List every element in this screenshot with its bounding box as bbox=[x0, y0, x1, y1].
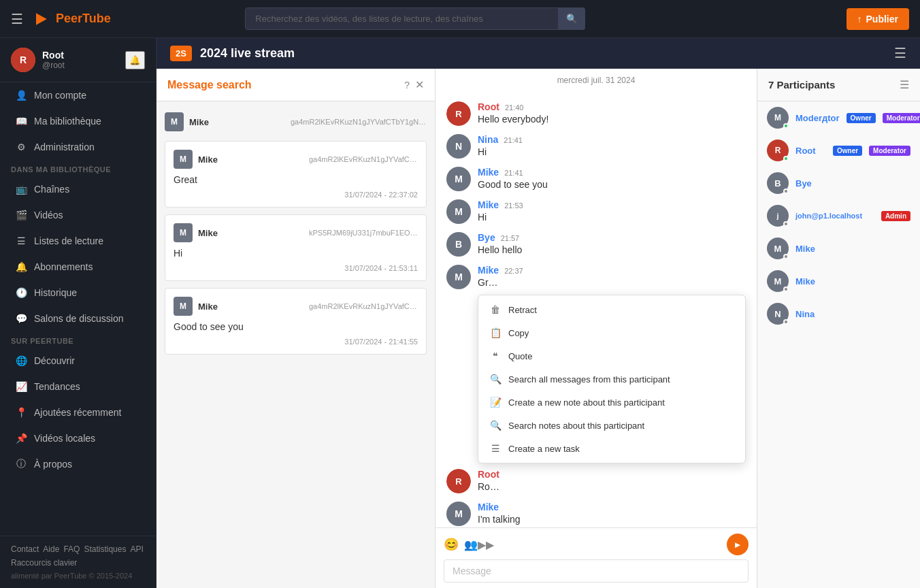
participant-name[interactable]: john@p1.localhost bbox=[795, 212, 874, 220]
chat-bubble: Nina 21:41 Hi bbox=[478, 134, 746, 157]
stream-badge: 2S bbox=[170, 46, 192, 61]
sidebar-item-label: Salons de discussion bbox=[34, 313, 124, 324]
chat-msg-text: Hello everybody! bbox=[478, 114, 746, 125]
footer-link-faq[interactable]: FAQ bbox=[63, 544, 80, 554]
logo: PeerTube bbox=[31, 10, 111, 29]
context-menu-create-note[interactable]: 📝 Create a new note about this participa… bbox=[478, 391, 745, 414]
tv-icon: 📺 bbox=[15, 183, 27, 195]
participant-name[interactable]: Mike bbox=[795, 244, 910, 254]
library-icon: 📖 bbox=[15, 115, 27, 127]
chat-msg-time: 21:57 bbox=[501, 234, 520, 242]
sidebar-item-label: Chaînes bbox=[34, 184, 69, 195]
menu-icon[interactable]: ☰ bbox=[11, 11, 23, 27]
context-menu-create-task[interactable]: ☰ Create a new task bbox=[478, 437, 745, 460]
status-dot bbox=[783, 319, 789, 325]
chat-bubble: Mike 21:53 Hi bbox=[478, 199, 746, 223]
app-header: ☰ PeerTube 🔍 ↑ Publier bbox=[0, 0, 920, 38]
participants-menu-icon[interactable]: ☰ bbox=[900, 78, 909, 91]
chat-messages: R Root 21:40 Hello everybody! N bbox=[436, 92, 757, 527]
footer-link-stats[interactable]: Statistiques bbox=[84, 544, 126, 554]
emoji-button[interactable]: 😊 bbox=[444, 537, 459, 552]
search-input[interactable] bbox=[245, 7, 585, 30]
user-handle: @root bbox=[42, 61, 118, 70]
search-icon[interactable]: 🔍 bbox=[558, 7, 585, 30]
trending-icon: 📈 bbox=[15, 380, 27, 393]
sidebar-item-historique[interactable]: 🕐 Historique bbox=[4, 280, 152, 305]
main-layout: R Root @root 🔔 👤 Mon compte 📖 Ma bibliot… bbox=[0, 38, 920, 588]
sidebar-item-label: Historique bbox=[34, 287, 77, 298]
sidebar-item-videos[interactable]: 🎬 Vidéos bbox=[4, 203, 152, 227]
publish-button[interactable]: ↑ Publier bbox=[847, 8, 909, 30]
avatar: R bbox=[446, 469, 471, 493]
logo-text: PeerTube bbox=[56, 12, 111, 26]
footer-link-aide[interactable]: Aide bbox=[43, 544, 59, 554]
content-area: Message search ? ✕ M Mike ga4mR2lKEvRKuz… bbox=[157, 69, 920, 588]
footer-link-contact[interactable]: Contact bbox=[11, 544, 39, 554]
sidebar-item-ajoutees-recemment[interactable]: 📍 Ajoutées récemment bbox=[4, 400, 152, 425]
sidebar-item-a-propos[interactable]: ⓘ À propos bbox=[4, 452, 152, 476]
sidebar-item-label: Listes de lecture bbox=[34, 235, 103, 246]
sidebar-item-videos-locales[interactable]: 📌 Vidéos locales bbox=[4, 426, 152, 451]
stream-menu-icon[interactable]: ☰ bbox=[894, 45, 906, 61]
message-input[interactable] bbox=[444, 559, 749, 583]
context-menu-quote[interactable]: ❝ Quote bbox=[478, 344, 745, 368]
admin-badge: Admin bbox=[881, 211, 910, 221]
avatar: M bbox=[446, 167, 471, 191]
context-menu-copy[interactable]: 📋 Copy bbox=[478, 321, 745, 344]
sidebar-item-decouvrir[interactable]: 🌐 Découvrir bbox=[4, 348, 152, 373]
footer-link-shortcuts[interactable]: Raccourcis clavier bbox=[11, 558, 77, 568]
show-participants-icon[interactable]: 👥▶▶ bbox=[464, 538, 494, 551]
sidebar-item-administration[interactable]: ⚙ Administration bbox=[4, 135, 152, 159]
context-menu-search-notes[interactable]: 🔍 Search notes about this participant bbox=[478, 414, 745, 437]
participant-name[interactable]: Nina bbox=[795, 309, 910, 319]
chat-bubble: Root 21:40 Hello everybody! bbox=[478, 101, 746, 125]
participant-name[interactable]: Mike bbox=[795, 276, 910, 287]
participants-panel: 7 Participants ☰ M Moderдtor Owner Moder… bbox=[757, 69, 920, 588]
chat-msg-meta: Mike 22:37 bbox=[478, 265, 746, 276]
context-menu-label: Retract bbox=[508, 305, 537, 315]
sidebar-item-label: Tendances bbox=[34, 381, 80, 392]
participant-name[interactable]: Moderдtor bbox=[795, 113, 840, 123]
chat-msg-meta: Root 21:40 bbox=[478, 101, 746, 112]
sidebar-item-label: Mon compte bbox=[34, 90, 86, 101]
chat-msg-text: Hi bbox=[478, 146, 746, 157]
status-dot bbox=[783, 254, 789, 259]
status-dot bbox=[783, 287, 789, 292]
participant-avatar-wrapper: M bbox=[767, 238, 789, 259]
context-menu-retract[interactable]: 🗑 Retract bbox=[478, 298, 745, 321]
context-menu-label: Create a new task bbox=[508, 444, 580, 454]
sidebar-item-label: Découvrir bbox=[34, 355, 75, 366]
help-icon[interactable]: ? bbox=[404, 78, 410, 91]
avatar: N bbox=[446, 134, 471, 159]
sidebar-item-ma-bibliotheque[interactable]: 📖 Ma bibliothèque bbox=[4, 109, 152, 133]
message-result-item[interactable]: M Mike ga4mR2lKEvRKuzN1gJYVafCTbY1gNvgNv… bbox=[165, 141, 427, 208]
sidebar-item-abonnements[interactable]: 🔔 Abonnements bbox=[4, 255, 152, 279]
participant-name[interactable]: Root bbox=[795, 146, 826, 156]
sidebar-item-salons-discussion[interactable]: 💬 Salons de discussion bbox=[4, 306, 152, 331]
context-menu-search-messages[interactable]: 🔍 Search all messages from this particip… bbox=[478, 368, 745, 391]
message-result-item[interactable]: M Mike ga4mR2lKEvRKuzN1gJYVafCTbY1gNvgNv… bbox=[165, 288, 427, 355]
chat-msg-meta: Nina 21:41 bbox=[478, 134, 746, 145]
search-notes-icon: 🔍 bbox=[489, 420, 502, 431]
chat-message: M Mike 21:41 Good to see you bbox=[446, 164, 746, 194]
sidebar-item-listes-lecture[interactable]: ☰ Listes de lecture bbox=[4, 229, 152, 253]
message-search-list: M Mike ga4mR2lKEvRKuzN1gJYVafCTbY1gNvgNv… bbox=[157, 101, 435, 588]
message-search-top-item[interactable]: M Mike ga4mR2lKEvRKuzN1gJYVafCTbY1gNvgNv… bbox=[165, 110, 427, 134]
send-button[interactable]: ► bbox=[727, 534, 749, 555]
create-note-icon: 📝 bbox=[489, 397, 502, 408]
close-icon[interactable]: ✕ bbox=[415, 78, 424, 91]
chat-bubble: Mike 22:37 Gr… bbox=[478, 265, 746, 288]
sidebar-footer: Contact Aide FAQ Statistiques API Raccou… bbox=[0, 536, 156, 588]
message-search-actions: ? ✕ bbox=[404, 78, 424, 91]
footer-link-api[interactable]: API bbox=[130, 544, 143, 554]
participants-header: 7 Participants ☰ bbox=[757, 69, 920, 101]
notification-icon[interactable]: 🔔 bbox=[125, 51, 145, 69]
sidebar-item-chaines[interactable]: 📺 Chaînes bbox=[4, 177, 152, 201]
person-icon: 👤 bbox=[15, 89, 27, 101]
sidebar-item-mon-compte[interactable]: 👤 Mon compte bbox=[4, 83, 152, 108]
message-date: 31/07/2024 - 21:53:11 bbox=[174, 264, 418, 272]
status-dot bbox=[783, 123, 789, 129]
participant-name[interactable]: Bye bbox=[795, 178, 910, 189]
sidebar-item-tendances[interactable]: 📈 Tendances bbox=[4, 374, 152, 399]
message-result-item[interactable]: M Mike kPS5RJM69jU331j7mbuF1EO8TKJ8nCFmL… bbox=[165, 214, 427, 281]
